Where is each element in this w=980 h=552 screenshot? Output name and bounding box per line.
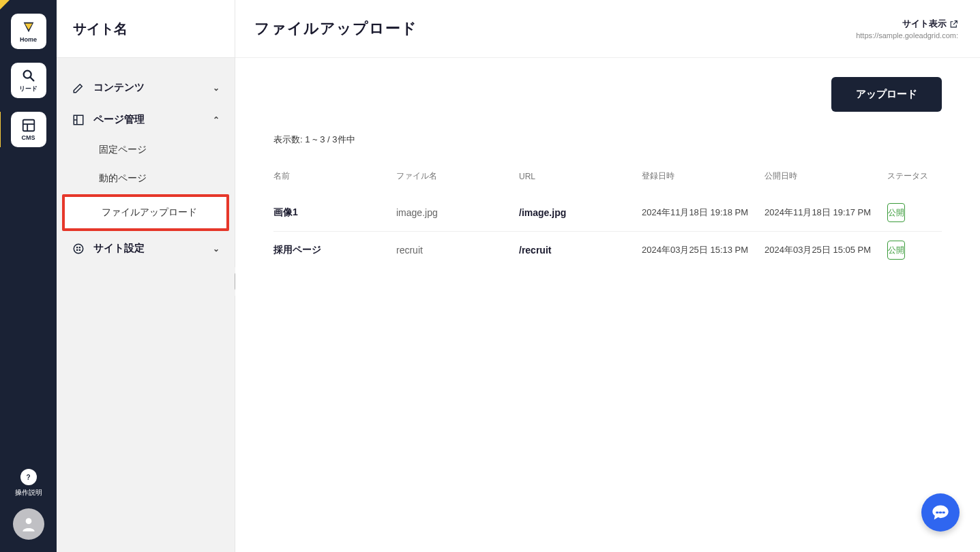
table-row[interactable]: 採用ページ recruit /recruit 2024年03月25日 15:13…: [273, 232, 942, 269]
sidebar-site-settings-label: サイト設定: [93, 242, 205, 255]
count-text: 表示数: 1 ~ 3 / 3件中: [273, 134, 942, 146]
col-url: URL: [519, 172, 642, 181]
cell-name: 画像1: [273, 206, 396, 219]
svg-rect-13: [79, 249, 80, 250]
svg-rect-10: [76, 247, 78, 248]
main-header: ファイルアップロード サイト表示 https://sample.goleadgr…: [235, 0, 980, 58]
rail-help[interactable]: ? 操作説明: [15, 469, 42, 497]
cell-url: /recruit: [519, 245, 642, 256]
person-icon: [20, 515, 38, 533]
file-table: 名前 ファイル名 URL 登録日時 公開日時 ステータス 画像1 image.j…: [273, 158, 942, 269]
rail-avatar[interactable]: [13, 508, 44, 540]
svg-rect-2: [23, 120, 34, 132]
settings-grid-icon: [72, 243, 85, 255]
main-body: アップロード 表示数: 1 ~ 3 / 3件中 名前 ファイル名 URL 登録日…: [235, 58, 980, 269]
table-header: 名前 ファイル名 URL 登録日時 公開日時 ステータス: [273, 158, 942, 194]
rail-help-label: 操作説明: [15, 488, 42, 497]
layout-icon: [21, 118, 36, 133]
magnifier-icon: [21, 68, 36, 83]
chat-fab[interactable]: [921, 493, 960, 532]
status-badge: 公開: [887, 241, 905, 260]
nav-rail: Home リード CMS ? 操作説明: [0, 0, 57, 552]
col-published: 公開日時: [764, 170, 887, 182]
sidebar-sub-upload[interactable]: ファイルアップロード: [62, 194, 229, 231]
svg-rect-12: [76, 249, 78, 250]
sidebar-page-mgmt[interactable]: ページ管理 ⌃: [57, 104, 235, 136]
svg-point-5: [25, 518, 31, 524]
sidebar-contents[interactable]: コンテンツ ⌄: [57, 72, 235, 104]
svg-point-9: [74, 244, 83, 254]
chevron-up-icon: ⌃: [213, 115, 220, 125]
grid-icon: [72, 114, 85, 126]
col-name: 名前: [273, 170, 396, 182]
site-view-link[interactable]: サイト表示: [902, 18, 958, 30]
cell-published: 2024年03月25日 15:05 PM: [764, 244, 887, 256]
sidebar: サイト名 コンテンツ ⌄ ページ管理 ⌃ 固定ページ 動的ページ ファイルアップ…: [57, 0, 235, 552]
sidebar-contents-label: コンテンツ: [93, 81, 205, 94]
sidebar-sub-fixed[interactable]: 固定ページ: [57, 136, 235, 164]
sidebar-site-settings[interactable]: サイト設定 ⌄: [57, 232, 235, 264]
rail-accent: [0, 0, 10, 10]
cell-created: 2024年03月25日 15:13 PM: [642, 244, 764, 256]
site-url: https://sample.goleadgrid.com:: [856, 31, 958, 40]
col-status: ステータス: [887, 170, 942, 182]
site-view-label: サイト表示: [902, 18, 947, 30]
rail-home-label: Home: [20, 36, 37, 43]
rail-cms[interactable]: CMS: [11, 112, 46, 147]
svg-rect-11: [79, 247, 80, 248]
cell-published: 2024年11月18日 19:17 PM: [764, 206, 887, 219]
col-created: 登録日時: [642, 170, 764, 182]
table-row[interactable]: 画像1 image.jpg /image.jpg 2024年11月18日 19:…: [273, 194, 942, 232]
sidebar-page-mgmt-label: ページ管理: [93, 113, 205, 126]
site-link-block: サイト表示 https://sample.goleadgrid.com:: [856, 18, 958, 40]
chat-icon: [931, 503, 950, 522]
rail-lead-label: リード: [19, 85, 38, 93]
page-title: ファイルアップロード: [254, 18, 417, 39]
home-logo-icon: [21, 20, 36, 35]
cell-url: /image.jpg: [519, 207, 642, 218]
cell-created: 2024年11月18日 19:18 PM: [642, 206, 764, 219]
cell-name: 採用ページ: [273, 244, 396, 256]
cell-file: image.jpg: [396, 207, 519, 218]
site-name: サイト名: [57, 0, 235, 58]
pencil-icon: [72, 82, 85, 94]
chevron-down-icon: ⌄: [213, 83, 220, 93]
rail-lead[interactable]: リード: [11, 63, 46, 98]
status-badge: 公開: [887, 203, 905, 222]
sidebar-sub-dynamic[interactable]: 動的ページ: [57, 164, 235, 193]
main: ファイルアップロード サイト表示 https://sample.goleadgr…: [235, 0, 980, 552]
svg-line-1: [30, 77, 33, 80]
col-file: ファイル名: [396, 170, 519, 182]
external-link-icon: [949, 20, 958, 29]
rail-cms-label: CMS: [22, 134, 35, 141]
help-icon: ?: [20, 469, 37, 485]
cell-file: recruit: [396, 245, 519, 256]
chevron-down-icon: ⌄: [213, 244, 220, 254]
rail-home[interactable]: Home: [11, 14, 46, 49]
upload-button[interactable]: アップロード: [831, 77, 942, 112]
